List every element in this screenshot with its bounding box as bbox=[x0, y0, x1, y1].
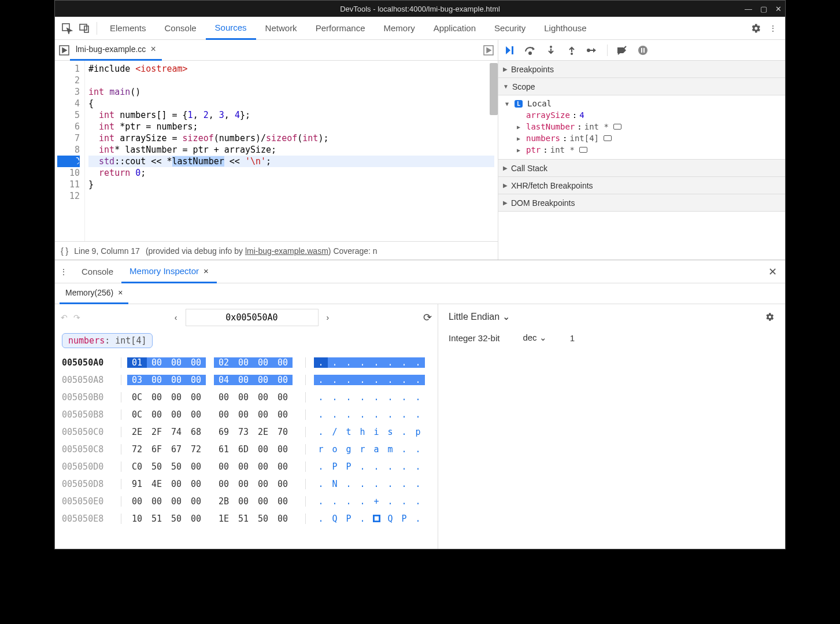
settings-icon[interactable] bbox=[747, 20, 764, 37]
step-out-icon[interactable] bbox=[565, 44, 578, 57]
highlighted-object-pill[interactable]: numbers: int[4] bbox=[62, 333, 153, 348]
step-into-icon[interactable] bbox=[545, 44, 557, 57]
tab-network[interactable]: Network bbox=[256, 17, 306, 40]
settings-icon[interactable] bbox=[764, 312, 775, 322]
scope-var-lastNumber[interactable]: ▶lastNumber: int * bbox=[498, 121, 785, 132]
maximize-icon[interactable]: ▢ bbox=[760, 5, 767, 13]
tab-lighthouse[interactable]: Lighthouse bbox=[535, 17, 595, 40]
endianness-label[interactable]: Little Endian bbox=[449, 312, 499, 322]
close-icon[interactable]: × bbox=[203, 266, 209, 276]
select-element-icon[interactable] bbox=[58, 20, 76, 37]
step-icon[interactable] bbox=[586, 44, 599, 57]
callstack-section[interactable]: ▶Call Stack bbox=[498, 160, 785, 177]
run-snippet-icon[interactable] bbox=[483, 45, 494, 56]
scope-local[interactable]: ▼L Local bbox=[498, 98, 785, 109]
hex-row: 005050D8914E000000000000.N...... bbox=[62, 475, 431, 493]
drawer-tab-console[interactable]: Console bbox=[73, 260, 121, 283]
resume-icon[interactable] bbox=[503, 44, 516, 57]
svg-rect-12 bbox=[641, 48, 642, 53]
hex-row: 005050B00C00000000000000........ bbox=[62, 389, 431, 406]
scope-section[interactable]: ▼Scope bbox=[498, 78, 785, 95]
svg-point-6 bbox=[529, 52, 531, 54]
debugger-toolbar bbox=[498, 40, 785, 61]
window-titlebar: DevTools - localhost:4000/lmi-bug-exampl… bbox=[55, 1, 785, 17]
source-file-tab[interactable]: lmi-bug-example.cc × bbox=[70, 40, 162, 61]
window-title: DevTools - localhost:4000/lmi-bug-exampl… bbox=[340, 5, 500, 13]
reveal-in-memory-icon[interactable] bbox=[604, 135, 612, 141]
tab-sources[interactable]: Sources bbox=[206, 17, 256, 40]
device-toggle-icon[interactable] bbox=[76, 20, 93, 37]
reveal-in-memory-icon[interactable] bbox=[579, 147, 587, 153]
memory-address-input[interactable] bbox=[186, 309, 319, 326]
xhr-breakpoints-section[interactable]: ▶XHR/fetch Breakpoints bbox=[498, 177, 785, 194]
svg-rect-13 bbox=[643, 48, 645, 53]
value-type-label: Integer 32-bit bbox=[449, 333, 499, 343]
tab-console[interactable]: Console bbox=[156, 17, 206, 40]
svg-point-8 bbox=[571, 53, 573, 55]
source-code-editor[interactable]: 123456789101112 #include <iostream>int m… bbox=[55, 61, 498, 241]
tab-memory[interactable]: Memory bbox=[375, 17, 424, 40]
close-drawer-icon[interactable]: ✕ bbox=[765, 265, 780, 278]
kebab-menu-icon[interactable]: ⋮ bbox=[60, 267, 68, 276]
next-page-icon[interactable]: › bbox=[327, 313, 330, 322]
hex-row: 005050B80C00000000000000........ bbox=[62, 406, 431, 423]
kebab-menu-icon[interactable]: ⋮ bbox=[764, 20, 782, 37]
representation-select[interactable]: dec ⌄ bbox=[523, 333, 546, 343]
hex-viewer[interactable]: 005050A00100000002000000........005050A8… bbox=[55, 354, 438, 527]
prev-page-icon[interactable]: ‹ bbox=[175, 313, 177, 322]
tab-security[interactable]: Security bbox=[485, 17, 535, 40]
devtools-tabbar: ElementsConsoleSourcesNetworkPerformance… bbox=[55, 17, 785, 40]
hex-row: 005050A00100000002000000........ bbox=[62, 354, 431, 371]
cursor-position: Line 9, Column 17 bbox=[74, 246, 140, 256]
dom-breakpoints-section[interactable]: ▶DOM Breakpoints bbox=[498, 194, 785, 212]
close-icon[interactable]: × bbox=[150, 44, 156, 54]
undo-icon[interactable]: ↶ bbox=[61, 313, 68, 322]
hex-row: 005050A80300000004000000........ bbox=[62, 371, 431, 389]
debugger-resume-boxed-icon[interactable] bbox=[58, 45, 70, 56]
svg-point-7 bbox=[550, 46, 552, 48]
svg-rect-5 bbox=[512, 46, 513, 54]
hex-row: 005050C8726F6772616D0000rogram.. bbox=[62, 441, 431, 458]
tab-elements[interactable]: Elements bbox=[101, 17, 156, 40]
reveal-in-memory-icon[interactable] bbox=[613, 124, 621, 130]
svg-point-11 bbox=[638, 46, 647, 55]
source-file-tab-label: lmi-bug-example.cc bbox=[76, 45, 146, 54]
svg-point-9 bbox=[587, 49, 590, 51]
scrollbar-thumb[interactable] bbox=[490, 63, 498, 115]
close-icon[interactable]: ✕ bbox=[775, 5, 782, 13]
tab-performance[interactable]: Performance bbox=[306, 17, 375, 40]
tab-application[interactable]: Application bbox=[424, 17, 485, 40]
hex-row: 005050C02E2F746869732E70./this.p bbox=[62, 423, 431, 441]
pretty-print-icon[interactable]: { } bbox=[61, 246, 68, 256]
chevron-down-icon[interactable]: ⌄ bbox=[502, 312, 510, 322]
svg-rect-1 bbox=[80, 24, 87, 30]
refresh-icon[interactable]: ⟳ bbox=[423, 311, 432, 324]
redo-icon[interactable]: ↷ bbox=[73, 313, 80, 322]
drawer-tab-memory-inspector[interactable]: Memory Inspector × bbox=[121, 260, 217, 283]
pause-on-exceptions-icon[interactable] bbox=[637, 44, 649, 57]
scope-var-ptr[interactable]: ▶ptr: int * bbox=[498, 144, 785, 156]
scope-var-numbers[interactable]: ▶numbers: int[4] bbox=[498, 132, 785, 144]
hex-row: 005050E0000000002B000000....+... bbox=[62, 493, 431, 510]
minimize-icon[interactable]: — bbox=[745, 5, 752, 13]
decoded-value: 1 bbox=[570, 333, 575, 343]
editor-status-bar: { } Line 9, Column 17 (provided via debu… bbox=[55, 241, 498, 260]
debug-info-link[interactable]: lmi-bug-example.wasm bbox=[245, 246, 328, 256]
step-over-icon[interactable] bbox=[524, 44, 536, 57]
memory-instance-tab[interactable]: Memory(256) × bbox=[60, 283, 128, 304]
close-icon[interactable]: × bbox=[118, 288, 123, 297]
scope-var-arraySize[interactable]: arraySize: 4 bbox=[498, 109, 785, 121]
hex-row: 005050D0C050500000000000.PP..... bbox=[62, 458, 431, 475]
breakpoints-section[interactable]: ▶Breakpoints bbox=[498, 61, 785, 78]
deactivate-breakpoints-icon[interactable] bbox=[616, 44, 628, 57]
hex-row: 005050E8105150001E515000.QP.🞐QP. bbox=[62, 510, 431, 527]
